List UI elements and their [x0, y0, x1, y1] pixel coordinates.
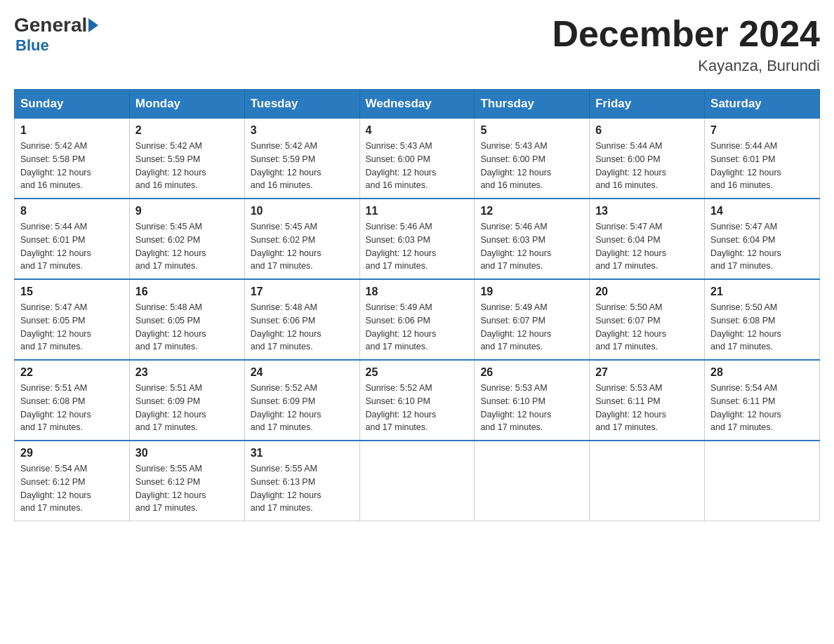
day-info: Sunrise: 5:48 AMSunset: 6:06 PMDaylight:… [251, 301, 354, 354]
day-number: 27 [595, 366, 699, 379]
calendar-cell: 8Sunrise: 5:44 AMSunset: 6:01 PMDaylight… [15, 199, 130, 279]
day-info: Sunrise: 5:46 AMSunset: 6:03 PMDaylight:… [480, 220, 583, 273]
calendar-cell [475, 441, 590, 521]
calendar-cell: 20Sunrise: 5:50 AMSunset: 6:07 PMDayligh… [590, 279, 705, 360]
day-info: Sunrise: 5:50 AMSunset: 6:08 PMDaylight:… [710, 301, 814, 354]
day-info: Sunrise: 5:43 AMSunset: 6:00 PMDaylight:… [366, 140, 469, 192]
day-number: 18 [366, 286, 469, 298]
calendar-cell [705, 441, 820, 521]
day-info: Sunrise: 5:47 AMSunset: 6:04 PMDaylight:… [595, 220, 699, 273]
day-info: Sunrise: 5:47 AMSunset: 6:04 PMDaylight:… [710, 220, 814, 273]
page-header: General Blue December 2024 Kayanza, Buru… [14, 14, 820, 75]
day-number: 6 [595, 124, 699, 137]
calendar-table: SundayMondayTuesdayWednesdayThursdayFrid… [14, 89, 820, 521]
day-number: 26 [480, 366, 583, 379]
day-info: Sunrise: 5:42 AMSunset: 5:59 PMDaylight:… [251, 140, 354, 192]
day-number: 9 [135, 205, 239, 217]
day-number: 21 [710, 286, 814, 298]
calendar-cell: 29Sunrise: 5:54 AMSunset: 6:12 PMDayligh… [15, 441, 130, 521]
calendar-week-row: 22Sunrise: 5:51 AMSunset: 6:08 PMDayligh… [15, 360, 820, 441]
day-number: 29 [20, 447, 124, 459]
title-block: December 2024 Kayanza, Burundi [552, 14, 820, 75]
day-number: 20 [595, 286, 699, 298]
calendar-cell: 6Sunrise: 5:44 AMSunset: 6:00 PMDaylight… [590, 119, 705, 199]
location-label: Kayanza, Burundi [552, 57, 820, 75]
day-info: Sunrise: 5:51 AMSunset: 6:08 PMDaylight:… [20, 382, 124, 434]
calendar-cell: 13Sunrise: 5:47 AMSunset: 6:04 PMDayligh… [590, 199, 705, 279]
calendar-cell: 17Sunrise: 5:48 AMSunset: 6:06 PMDayligh… [244, 279, 359, 360]
day-number: 28 [710, 366, 814, 379]
logo: General Blue [14, 14, 100, 55]
day-number: 22 [20, 366, 124, 379]
day-info: Sunrise: 5:44 AMSunset: 6:00 PMDaylight:… [595, 140, 699, 192]
calendar-cell: 12Sunrise: 5:46 AMSunset: 6:03 PMDayligh… [475, 199, 590, 279]
logo-blue-text: Blue [15, 36, 49, 54]
day-number: 1 [20, 124, 124, 137]
day-info: Sunrise: 5:43 AMSunset: 6:00 PMDaylight:… [480, 140, 583, 192]
day-of-week-header: Wednesday [359, 90, 475, 119]
calendar-cell: 10Sunrise: 5:45 AMSunset: 6:02 PMDayligh… [244, 199, 359, 279]
calendar-cell: 18Sunrise: 5:49 AMSunset: 6:06 PMDayligh… [359, 279, 475, 360]
calendar-cell: 7Sunrise: 5:44 AMSunset: 6:01 PMDaylight… [705, 119, 820, 199]
calendar-cell: 23Sunrise: 5:51 AMSunset: 6:09 PMDayligh… [129, 360, 244, 441]
calendar-cell [359, 441, 475, 521]
day-of-week-header: Tuesday [244, 90, 359, 119]
day-number: 4 [366, 124, 469, 137]
calendar-cell: 28Sunrise: 5:54 AMSunset: 6:11 PMDayligh… [705, 360, 820, 441]
day-number: 19 [480, 286, 583, 298]
day-info: Sunrise: 5:54 AMSunset: 6:12 PMDaylight:… [20, 462, 124, 515]
calendar-week-row: 8Sunrise: 5:44 AMSunset: 6:01 PMDaylight… [15, 199, 820, 279]
day-number: 5 [480, 124, 583, 137]
day-of-week-header: Saturday [705, 90, 820, 119]
calendar-header-row: SundayMondayTuesdayWednesdayThursdayFrid… [15, 90, 820, 119]
day-info: Sunrise: 5:45 AMSunset: 6:02 PMDaylight:… [251, 220, 354, 273]
calendar-cell: 3Sunrise: 5:42 AMSunset: 5:59 PMDaylight… [244, 119, 359, 199]
calendar-cell: 25Sunrise: 5:52 AMSunset: 6:10 PMDayligh… [359, 360, 475, 441]
calendar-cell: 1Sunrise: 5:42 AMSunset: 5:58 PMDaylight… [15, 119, 130, 199]
day-info: Sunrise: 5:54 AMSunset: 6:11 PMDaylight:… [710, 382, 814, 434]
calendar-cell: 19Sunrise: 5:49 AMSunset: 6:07 PMDayligh… [475, 279, 590, 360]
day-of-week-header: Thursday [475, 90, 590, 119]
day-number: 25 [366, 366, 469, 379]
day-info: Sunrise: 5:49 AMSunset: 6:07 PMDaylight:… [480, 301, 583, 354]
day-info: Sunrise: 5:50 AMSunset: 6:07 PMDaylight:… [595, 301, 699, 354]
day-info: Sunrise: 5:55 AMSunset: 6:13 PMDaylight:… [251, 462, 354, 515]
day-number: 14 [710, 205, 814, 217]
day-number: 24 [251, 366, 354, 379]
day-info: Sunrise: 5:52 AMSunset: 6:10 PMDaylight:… [366, 382, 469, 434]
logo-arrow-icon [88, 18, 98, 32]
day-number: 10 [251, 205, 354, 217]
day-number: 11 [366, 205, 469, 217]
day-info: Sunrise: 5:49 AMSunset: 6:06 PMDaylight:… [366, 301, 469, 354]
day-number: 8 [20, 205, 124, 217]
calendar-cell: 26Sunrise: 5:53 AMSunset: 6:10 PMDayligh… [475, 360, 590, 441]
calendar-cell: 24Sunrise: 5:52 AMSunset: 6:09 PMDayligh… [244, 360, 359, 441]
day-number: 16 [135, 286, 239, 298]
day-info: Sunrise: 5:53 AMSunset: 6:11 PMDaylight:… [595, 382, 699, 434]
day-of-week-header: Sunday [15, 90, 130, 119]
day-number: 2 [135, 124, 239, 137]
day-info: Sunrise: 5:53 AMSunset: 6:10 PMDaylight:… [480, 382, 583, 434]
day-info: Sunrise: 5:47 AMSunset: 6:05 PMDaylight:… [20, 301, 124, 354]
day-number: 12 [480, 205, 583, 217]
day-number: 31 [251, 447, 354, 459]
day-info: Sunrise: 5:52 AMSunset: 6:09 PMDaylight:… [251, 382, 354, 434]
calendar-cell: 4Sunrise: 5:43 AMSunset: 6:00 PMDaylight… [359, 119, 475, 199]
day-info: Sunrise: 5:51 AMSunset: 6:09 PMDaylight:… [135, 382, 239, 434]
calendar-cell: 31Sunrise: 5:55 AMSunset: 6:13 PMDayligh… [244, 441, 359, 521]
day-info: Sunrise: 5:55 AMSunset: 6:12 PMDaylight:… [135, 462, 239, 515]
day-info: Sunrise: 5:44 AMSunset: 6:01 PMDaylight:… [20, 220, 124, 273]
calendar-cell: 30Sunrise: 5:55 AMSunset: 6:12 PMDayligh… [129, 441, 244, 521]
day-number: 13 [595, 205, 699, 217]
day-number: 15 [20, 286, 124, 298]
calendar-week-row: 15Sunrise: 5:47 AMSunset: 6:05 PMDayligh… [15, 279, 820, 360]
calendar-cell: 9Sunrise: 5:45 AMSunset: 6:02 PMDaylight… [129, 199, 244, 279]
calendar-cell: 16Sunrise: 5:48 AMSunset: 6:05 PMDayligh… [129, 279, 244, 360]
day-info: Sunrise: 5:48 AMSunset: 6:05 PMDaylight:… [135, 301, 239, 354]
day-number: 3 [251, 124, 354, 137]
day-of-week-header: Friday [590, 90, 705, 119]
calendar-cell: 22Sunrise: 5:51 AMSunset: 6:08 PMDayligh… [15, 360, 130, 441]
day-number: 30 [135, 447, 239, 459]
calendar-cell: 5Sunrise: 5:43 AMSunset: 6:00 PMDaylight… [475, 119, 590, 199]
day-info: Sunrise: 5:46 AMSunset: 6:03 PMDaylight:… [366, 220, 469, 273]
